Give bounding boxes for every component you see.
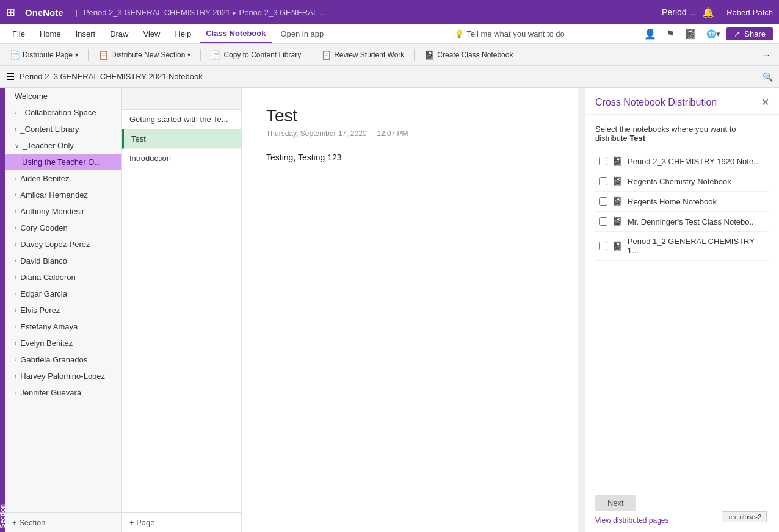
elvis-label: Elvis Perez bbox=[20, 306, 60, 315]
chevron-icon: › bbox=[15, 225, 16, 231]
notebook-checkbox-input-3[interactable] bbox=[599, 197, 607, 206]
sidebar-item-gabriela[interactable]: › Gabriela Granados bbox=[5, 351, 121, 368]
chevron-icon: › bbox=[15, 290, 16, 297]
distribute-section-chevron: ▾ bbox=[187, 51, 190, 58]
app-grid-icon[interactable]: ⊞ bbox=[6, 5, 15, 19]
notebook-icon[interactable]: 📓 bbox=[681, 26, 700, 42]
breadcrumb[interactable]: Period 2_3 GENERAL CHEMISTRY 2021 ▸ Peri… bbox=[84, 8, 656, 17]
sidebar-item-using-teacher[interactable]: Using the Teacher O... bbox=[5, 154, 121, 170]
distribute-new-section-label: Distribute New Section bbox=[111, 51, 185, 59]
notebook-book-icon-1: 📓 bbox=[612, 156, 623, 166]
panel-description-text: Select the notebooks where you want to d… bbox=[595, 124, 736, 143]
sidebar-item-jennifer[interactable]: › Jennifer Guevara bbox=[5, 384, 121, 401]
tab-file[interactable]: File bbox=[6, 24, 31, 43]
panel-footer: Next View distributed pages bbox=[585, 487, 779, 532]
content-scrollbar[interactable] bbox=[578, 88, 585, 532]
panel-close-button[interactable]: ✕ bbox=[761, 96, 769, 108]
more-options-button[interactable]: ··· bbox=[758, 46, 774, 63]
diana-label: Diana Calderon bbox=[20, 273, 75, 282]
user-name: Robert Patch bbox=[726, 8, 773, 17]
notebook-checkbox-input-1[interactable] bbox=[599, 157, 607, 165]
sidebar-item-harvey[interactable]: › Harvey Palomino-Lopez bbox=[5, 368, 121, 384]
share-label: Share bbox=[744, 29, 766, 38]
sidebar-item-content-library[interactable]: › _Content Library bbox=[5, 121, 121, 137]
sidebar-item-david[interactable]: › David Blanco bbox=[5, 253, 121, 269]
notebook-label-2: Regents Chemistry Notebook bbox=[628, 177, 731, 186]
tab-class-notebook[interactable]: Class Notebook bbox=[200, 24, 272, 43]
sidebar-item-teacher-only[interactable]: ∨ _Teacher Only bbox=[5, 137, 121, 154]
harvey-label: Harvey Palomino-Lopez bbox=[20, 372, 105, 381]
tab-help[interactable]: Help bbox=[168, 24, 197, 43]
review-student-work-button[interactable]: 📋 Review Student Work bbox=[316, 46, 409, 63]
flag-icon[interactable]: ⚑ bbox=[662, 26, 678, 42]
distribute-page-icon: 📄 bbox=[10, 50, 20, 60]
share-button[interactable]: ↗ Share bbox=[726, 27, 773, 40]
collaboration-space-label: _Collaboration Space bbox=[20, 108, 96, 117]
sidebar-item-diana[interactable]: › Diana Calderon bbox=[5, 269, 121, 286]
distribute-page-button[interactable]: 📄 Distribute Page ▾ bbox=[5, 46, 83, 63]
notebook-book-icon-2: 📓 bbox=[612, 176, 623, 186]
notebook-checkbox-3[interactable]: 📓 Regents Home Notebook bbox=[595, 192, 769, 212]
sidebar-item-evelyn[interactable]: › Evelyn Benitez bbox=[5, 335, 121, 351]
next-button[interactable]: Next bbox=[595, 495, 636, 511]
notebook-label-5: Period 1_2 GENERAL CHEMISTRY 1... bbox=[628, 237, 766, 255]
sidebar-item-anthony[interactable]: › Anthony Mondesir bbox=[5, 203, 121, 220]
notebook-checkbox-5[interactable]: 📓 Period 1_2 GENERAL CHEMISTRY 1... bbox=[595, 232, 769, 261]
sidebar-item-aiden[interactable]: › Aiden Benitez bbox=[5, 170, 121, 187]
bell-icon[interactable]: 🔔 bbox=[702, 7, 714, 18]
chevron-icon: › bbox=[15, 340, 16, 347]
sidebar-item-collaboration-space[interactable]: › _Collaboration Space bbox=[5, 104, 121, 121]
top-bar: ⊞ OneNote | Period 2_3 GENERAL CHEMISTRY… bbox=[0, 0, 779, 24]
tab-home[interactable]: Home bbox=[34, 24, 67, 43]
toolbar: 📄 Distribute Page ▾ 📋 Distribute New Sec… bbox=[0, 44, 779, 66]
hamburger-icon[interactable]: ☰ bbox=[6, 71, 15, 82]
tell-me-label[interactable]: Tell me what you want to do bbox=[466, 29, 638, 38]
content-title: Test bbox=[266, 106, 553, 126]
panel-header: Cross Notebook Distribution ✕ bbox=[585, 88, 779, 115]
sidebar-item-estefany[interactable]: › Estefany Amaya bbox=[5, 318, 121, 335]
copy-to-content-label: Copy to Content Library bbox=[223, 51, 301, 59]
notebook-checkbox-4[interactable]: 📓 Mr. Denninger's Test Class Notebo... bbox=[595, 212, 769, 232]
copy-to-content-library-button[interactable]: 📄 Copy to Content Library bbox=[206, 46, 306, 63]
content-body: Testing, Testing 123 bbox=[266, 153, 553, 162]
using-teacher-label: Using the Teacher O... bbox=[22, 157, 101, 167]
notebook-checkbox-2[interactable]: 📓 Regents Chemistry Notebook bbox=[595, 171, 769, 192]
sidebar-item-welcome[interactable]: Welcome bbox=[5, 88, 121, 104]
page-item-test[interactable]: Test bbox=[122, 129, 241, 149]
content-area: Test Thursday, September 17, 2020 12:07 … bbox=[242, 88, 578, 532]
notebook-label-1: Period 2_3 CHEMISTRY 1920 Note... bbox=[628, 157, 760, 166]
aiden-label: Aiden Benitez bbox=[20, 174, 69, 183]
notebook-search-icon[interactable]: 🔍 bbox=[763, 72, 773, 82]
open-in-app-btn[interactable]: Open in app bbox=[280, 29, 452, 38]
distribute-new-section-button[interactable]: 📋 Distribute New Section ▾ bbox=[93, 46, 195, 63]
notebook-checkbox-input-2[interactable] bbox=[599, 177, 607, 185]
chevron-icon: › bbox=[15, 257, 16, 264]
sidebar-item-cory[interactable]: › Cory Gooden bbox=[5, 220, 121, 236]
notebook-checkbox-1[interactable]: 📓 Period 2_3 CHEMISTRY 1920 Note... bbox=[595, 151, 769, 171]
tab-view[interactable]: View bbox=[137, 24, 167, 43]
sidebar-item-elvis[interactable]: › Elvis Perez bbox=[5, 302, 121, 318]
add-page-button[interactable]: + Page bbox=[122, 512, 241, 532]
notebook-checkbox-input-4[interactable] bbox=[599, 217, 607, 226]
chevron-icon: › bbox=[15, 307, 16, 314]
amilcar-label: Amilcar Hernandez bbox=[20, 190, 88, 200]
chevron-icon: › bbox=[15, 175, 16, 182]
chevron-icon: › bbox=[15, 192, 16, 198]
content-library-label: _Content Library bbox=[20, 124, 79, 134]
getting-started-label: Getting started with the Te... bbox=[129, 115, 228, 124]
sidebar-item-davey[interactable]: › Davey Lopez-Perez bbox=[5, 236, 121, 253]
create-class-notebook-button[interactable]: 📓 Create Class Notebook bbox=[419, 46, 518, 63]
sidebar-item-edgar[interactable]: › Edgar Garcia bbox=[5, 286, 121, 302]
sidebar-item-amilcar[interactable]: › Amilcar Hernandez bbox=[5, 187, 121, 203]
tab-insert[interactable]: Insert bbox=[70, 24, 102, 43]
globe-icon[interactable]: 🌐▾ bbox=[703, 27, 724, 41]
page-item-introduction[interactable]: Introduction bbox=[122, 149, 241, 168]
add-section-button[interactable]: + Section bbox=[5, 512, 121, 532]
panel-title: Cross Notebook Distribution bbox=[595, 97, 717, 108]
account-icon[interactable]: 👤 bbox=[640, 26, 660, 42]
notebook-checkbox-input-5[interactable] bbox=[599, 242, 607, 250]
page-item-getting-started[interactable]: Getting started with the Te... bbox=[122, 110, 241, 129]
separator-4 bbox=[414, 49, 415, 61]
tab-draw[interactable]: Draw bbox=[104, 24, 134, 43]
panel-bold-word: Test bbox=[629, 134, 645, 143]
